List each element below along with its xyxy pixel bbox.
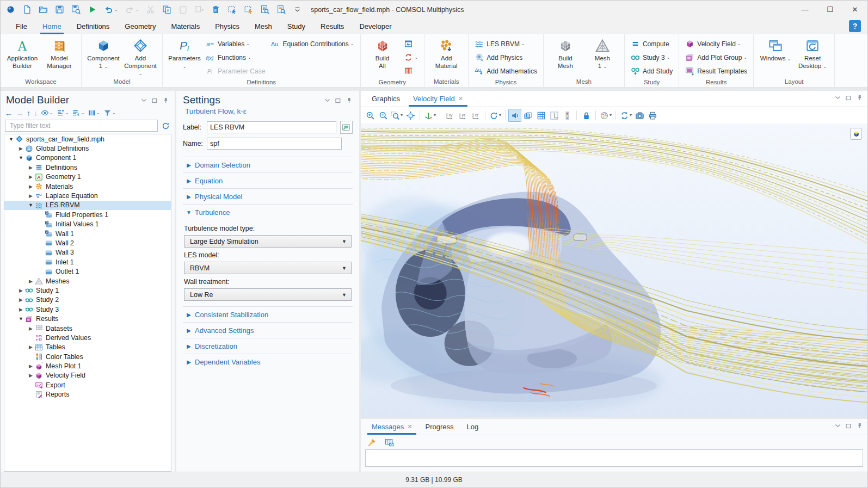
collapse-all-button[interactable]: ⌄ bbox=[72, 109, 84, 117]
les-model-select[interactable]: RBVM▼ bbox=[184, 262, 352, 274]
tree-item-color-tables[interactable]: Color Tables bbox=[4, 352, 171, 361]
study-3-button[interactable]: Study 3⌄ bbox=[629, 51, 675, 64]
deselect-button[interactable] bbox=[244, 5, 253, 14]
application-builder-button[interactable]: AApplication Builder bbox=[4, 37, 40, 70]
tree-item-study-1[interactable]: ▶Study 1 bbox=[4, 286, 171, 295]
expander-closed-icon[interactable]: ▶ bbox=[17, 288, 24, 293]
update-plot-button[interactable]: ▾ bbox=[619, 109, 633, 122]
tree-item-global-definitions[interactable]: ▶Global Definitions bbox=[4, 144, 171, 153]
panel-float-button[interactable] bbox=[845, 94, 852, 101]
menu-tab-home[interactable]: Home bbox=[35, 18, 69, 34]
expander-closed-icon[interactable]: ▶ bbox=[27, 174, 34, 180]
expander-closed-icon[interactable]: ▶ bbox=[17, 307, 24, 312]
redo-button[interactable]: ⌄ bbox=[125, 5, 139, 14]
tree-filter-input[interactable] bbox=[9, 121, 154, 130]
show-button[interactable]: ⌄ bbox=[41, 109, 53, 117]
expand-all-button[interactable]: ⌄ bbox=[57, 109, 69, 117]
section-header[interactable]: ▶Consistent Stabilization bbox=[183, 306, 353, 322]
panel-menu-button[interactable] bbox=[834, 422, 841, 429]
search-settings-button[interactable] bbox=[276, 5, 286, 14]
open-button[interactable] bbox=[39, 5, 48, 14]
copy-button[interactable] bbox=[162, 5, 171, 14]
close-button[interactable]: ✕ bbox=[842, 1, 867, 18]
back-button[interactable]: ← bbox=[5, 109, 13, 117]
panel-pin-button[interactable] bbox=[856, 422, 863, 429]
compute-button[interactable]: Compute bbox=[629, 37, 675, 51]
tree-item-study-3[interactable]: ▶Study 3 bbox=[4, 305, 171, 314]
panel-pin-button[interactable] bbox=[856, 94, 863, 101]
tree-item-initial-values-1[interactable]: DInitial Values 1 bbox=[4, 220, 171, 229]
move-up-button[interactable]: ↑ bbox=[27, 109, 30, 117]
close-tab-icon[interactable]: ✕ bbox=[407, 423, 412, 430]
expander-closed-icon[interactable]: ▶ bbox=[27, 363, 34, 369]
tree-item-wall-2[interactable]: Wall 2 bbox=[4, 238, 171, 248]
component-1-button[interactable]: Component 1 ⌄ bbox=[85, 37, 121, 70]
menu-tab-results[interactable]: Results bbox=[313, 18, 352, 34]
build-mesh-button[interactable]: Build Mesh bbox=[547, 37, 583, 70]
result-templates-button[interactable]: Result Templates bbox=[683, 64, 749, 78]
expander-closed-icon[interactable]: ▶ bbox=[27, 165, 34, 170]
transparency-toggle[interactable] bbox=[521, 109, 534, 122]
paste-button[interactable] bbox=[178, 5, 188, 14]
build-all-button[interactable]: Build All bbox=[365, 37, 401, 70]
scene-light-toggle[interactable] bbox=[508, 109, 521, 122]
tree-item-velocity-field[interactable]: ▶Velocity Field bbox=[4, 371, 171, 380]
tree-item-wall-1[interactable]: DWall 1 bbox=[4, 229, 171, 238]
refresh-icon[interactable] bbox=[161, 121, 170, 131]
expander-open-icon[interactable]: ▼ bbox=[8, 137, 15, 142]
menu-tab-physics[interactable]: Physics bbox=[207, 18, 247, 34]
panel-menu-button[interactable] bbox=[834, 94, 841, 101]
tree-item-reports[interactable]: Reports bbox=[4, 390, 171, 399]
customize-toolbar-button[interactable] bbox=[293, 5, 302, 14]
section-header[interactable]: ▶Domain Selection bbox=[183, 157, 353, 172]
duplicate-button[interactable] bbox=[195, 5, 204, 14]
label-indicator-button[interactable] bbox=[340, 121, 353, 134]
variables-button[interactable]: a=Variables⌄ bbox=[204, 37, 267, 51]
update-geometry-button[interactable]: ⌄ bbox=[402, 51, 421, 64]
tree-item-component-1[interactable]: ▼Component 1 bbox=[4, 153, 171, 163]
new-file-button[interactable] bbox=[22, 5, 32, 14]
show-axes-toggle[interactable] bbox=[547, 109, 561, 122]
add-material-button[interactable]: Add Material bbox=[428, 37, 464, 70]
turbulence-model-type-select[interactable]: Large Eddy Simulation▼ bbox=[184, 235, 352, 248]
tree-item-derived-values[interactable]: 8.85e-12Derived Values bbox=[4, 333, 171, 342]
expander-open-icon[interactable]: ▼ bbox=[17, 155, 24, 160]
tree-item-study-2[interactable]: ▶Study 2 bbox=[4, 295, 171, 305]
tree-item-inlet-1[interactable]: Inlet 1 bbox=[4, 257, 171, 267]
show-grid-toggle[interactable] bbox=[534, 109, 547, 122]
expander-closed-icon[interactable]: ▶ bbox=[17, 146, 24, 151]
help-button[interactable]: ? bbox=[849, 20, 861, 32]
forward-button[interactable]: → bbox=[16, 109, 23, 117]
tree-item-export[interactable]: Export bbox=[4, 380, 171, 390]
move-down-button[interactable]: ↓ bbox=[34, 109, 38, 117]
add-study-button[interactable]: Add Study bbox=[629, 64, 675, 78]
model-tree-nodes-button[interactable]: ⌄ bbox=[88, 109, 100, 117]
section-header[interactable]: ▶Equation bbox=[183, 172, 353, 188]
expander-closed-icon[interactable]: ▶ bbox=[17, 297, 24, 302]
panel-float-button[interactable] bbox=[845, 422, 852, 429]
panel-float-button[interactable] bbox=[335, 97, 342, 104]
section-header[interactable]: ▶Discretization bbox=[183, 338, 353, 354]
add-physics-button[interactable]: Add Physics bbox=[472, 51, 539, 64]
view-xy-button[interactable]: xy bbox=[443, 109, 456, 122]
windows-button[interactable]: Windows ⌄ bbox=[758, 37, 793, 63]
section-header[interactable]: ▶Advanced Settings bbox=[183, 322, 353, 338]
messages-tab-messages[interactable]: Messages✕ bbox=[365, 419, 418, 435]
add-mathematics-button[interactable]: ΔuAdd Mathematics bbox=[472, 64, 539, 78]
physics-interface-select[interactable]: LES RBVM⌄ bbox=[472, 37, 539, 51]
expander-closed-icon[interactable]: ▶ bbox=[27, 279, 34, 284]
save-as-button[interactable] bbox=[71, 5, 81, 14]
menu-tab-study[interactable]: Study bbox=[280, 18, 313, 34]
tree-item-datasets[interactable]: ▶Datasets bbox=[4, 324, 171, 333]
plot-group-select[interactable]: Velocity Field⌄ bbox=[683, 37, 749, 51]
panel-pin-button[interactable] bbox=[162, 97, 169, 104]
zoom-out-button[interactable] bbox=[377, 109, 390, 122]
default-view-button[interactable] bbox=[850, 128, 862, 140]
color-theme-button[interactable]: ▾ bbox=[599, 109, 613, 122]
menu-tab-developer[interactable]: Developer bbox=[352, 18, 399, 34]
expander-closed-icon[interactable]: ▶ bbox=[27, 193, 34, 199]
minimize-button[interactable]: — bbox=[792, 1, 817, 18]
name-field-input[interactable] bbox=[207, 138, 342, 150]
expander-closed-icon[interactable]: ▶ bbox=[27, 184, 34, 189]
tree-item-wall-3[interactable]: Wall 3 bbox=[4, 248, 171, 257]
